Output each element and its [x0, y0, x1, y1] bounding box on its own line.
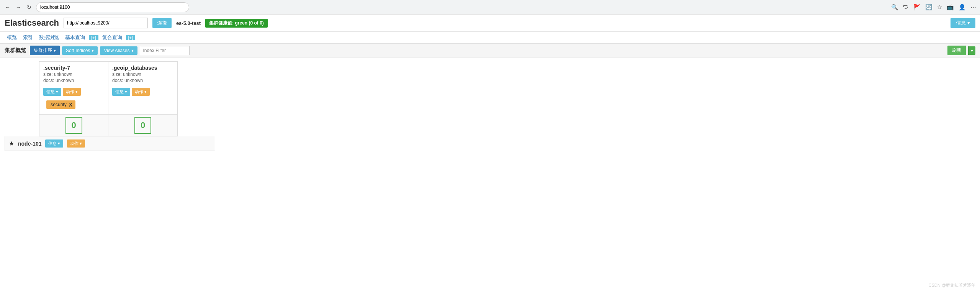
sort-indices-button[interactable]: Sort Indices ▾	[62, 46, 98, 55]
filter-tag: .security X	[46, 100, 75, 109]
filter-tag-close[interactable]: X	[69, 102, 72, 108]
index-buttons-geoip: 信息 ▾ 动作 ▾	[108, 86, 177, 99]
sort-indices-caret: ▾	[92, 48, 94, 53]
index-docs-security-7: docs: unknown	[43, 78, 104, 83]
info-dropdown-button[interactable]: 信息 ▾	[951, 18, 975, 28]
index-cards-area: .security-7 size: unknown docs: unknown …	[39, 61, 178, 136]
nav-overview[interactable]: 概览	[5, 33, 19, 42]
health-badge: 集群健康值: green (0 of 0)	[205, 19, 268, 28]
index-name-geoip: .geoip_databases	[112, 65, 173, 71]
index-size-security-7: size: unknown	[43, 72, 104, 77]
index-buttons-security-7: 信息 ▾ 动作 ▾	[39, 86, 108, 99]
cluster-sort-button[interactable]: 集群排序 ▾	[30, 46, 60, 55]
filter-tag-container: .security X	[39, 99, 108, 114]
node-info-button[interactable]: 信息 ▾	[45, 139, 63, 148]
cluster-name: es-5.0-test	[176, 20, 201, 26]
browser-icons: 🔍 🛡 🚩 🔄 ☆ 📺 👤 ⋯	[891, 4, 976, 11]
index-card-security-7: .security-7 size: unknown docs: unknown …	[39, 62, 108, 114]
reload-button[interactable]: ↻	[25, 3, 33, 11]
nav-data-browse[interactable]: 数据浏览	[37, 33, 61, 42]
index-card-security-7-info: .security-7 size: unknown docs: unknown	[39, 62, 108, 86]
refresh-button[interactable]: 刷新	[947, 46, 966, 55]
app-title: Elasticsearch	[5, 18, 59, 28]
sort-indices-label: Sort Indices	[66, 48, 90, 53]
flag-icon[interactable]: 🚩	[913, 4, 921, 11]
action-button-security-7[interactable]: 动作 ▾	[63, 88, 81, 96]
action-button-geoip[interactable]: 动作 ▾	[132, 88, 150, 96]
zero-badge-security: 0	[39, 115, 108, 136]
info-button-security-7[interactable]: 信息 ▾	[43, 88, 61, 96]
address-bar[interactable]	[36, 2, 189, 12]
nav-bar: 概览 索引 数据浏览 基本查询 [+] 复合查询 [+]	[0, 32, 980, 44]
search-icon[interactable]: 🔍	[891, 4, 898, 11]
zero-value-security: 0	[65, 117, 82, 134]
index-name-security-7: .security-7	[43, 65, 104, 71]
node-name: node-101	[18, 141, 41, 147]
refresh-caret-button[interactable]: ▾	[968, 46, 975, 55]
toolbar: 集群概览 集群排序 ▾ Sort Indices ▾ View Aliases …	[0, 44, 980, 57]
filter-tag-value: .security	[49, 102, 67, 107]
toolbar-title: 集群概览	[5, 47, 26, 54]
node-action-button[interactable]: 动作 ▾	[67, 139, 85, 148]
zero-badge-geoip: 0	[108, 115, 177, 136]
zero-value-geoip: 0	[134, 117, 151, 134]
index-docs-geoip: docs: unknown	[112, 78, 173, 83]
refresh-extensions-icon[interactable]: 🔄	[925, 4, 933, 11]
node-row: ★ node-101 信息 ▾ 动作 ▾	[5, 136, 215, 151]
menu-icon[interactable]: ⋯	[970, 4, 976, 11]
cluster-sort-caret: ▾	[54, 48, 56, 53]
star-bookmark-icon[interactable]: ☆	[937, 4, 942, 11]
node-star-icon: ★	[9, 140, 14, 147]
compound-query-plus[interactable]: [+]	[126, 35, 136, 40]
server-url-input[interactable]	[64, 18, 148, 28]
basic-query-plus[interactable]: [+]	[89, 35, 98, 40]
zero-badges-row: 0 0	[39, 115, 177, 136]
forward-button[interactable]: →	[15, 3, 22, 11]
view-aliases-label: View Aliases	[104, 48, 129, 53]
nav-indices[interactable]: 索引	[21, 33, 35, 42]
nav-compound-query[interactable]: 复合查询	[100, 33, 124, 42]
main-content: .security-7 size: unknown docs: unknown …	[0, 57, 980, 155]
view-aliases-caret: ▾	[131, 48, 134, 53]
index-size-geoip: size: unknown	[112, 72, 173, 77]
back-button[interactable]: ←	[4, 3, 11, 11]
index-card-geoip-info: .geoip_databases size: unknown docs: unk…	[108, 62, 177, 86]
profile-icon[interactable]: 👤	[959, 4, 966, 11]
index-filter-input[interactable]	[140, 46, 190, 55]
info-button-geoip[interactable]: 信息 ▾	[112, 88, 130, 96]
shield-icon[interactable]: 🛡	[903, 4, 909, 10]
connect-button[interactable]: 连接	[152, 18, 172, 28]
index-cards-row: .security-7 size: unknown docs: unknown …	[39, 62, 177, 115]
cast-icon[interactable]: 📺	[947, 4, 954, 11]
app-header: Elasticsearch 连接 es-5.0-test 集群健康值: gree…	[0, 15, 980, 32]
view-aliases-button[interactable]: View Aliases ▾	[100, 46, 137, 55]
index-card-geoip: .geoip_databases size: unknown docs: unk…	[108, 62, 177, 114]
browser-chrome: ← → ↻ 🔍 🛡 🚩 🔄 ☆ 📺 👤 ⋯	[0, 0, 980, 15]
cluster-sort-label: 集群排序	[34, 47, 52, 54]
nav-basic-query[interactable]: 基本查询	[63, 33, 87, 42]
